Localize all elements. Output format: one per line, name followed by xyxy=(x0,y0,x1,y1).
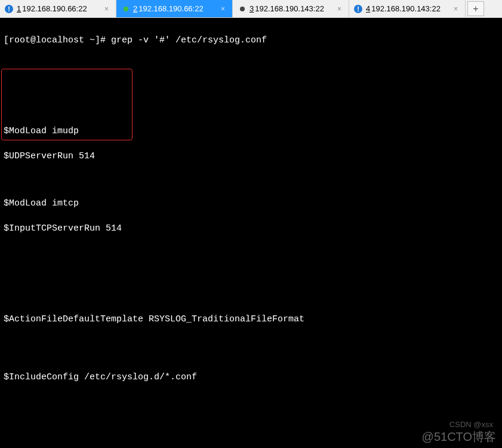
status-dot-icon xyxy=(124,7,128,11)
tab-label-text: 192.168.190.66:22 xyxy=(138,4,203,13)
blank xyxy=(4,175,498,185)
blank xyxy=(4,396,498,416)
tab-2[interactable]: 2 192.168.190.66:22 × xyxy=(116,0,233,17)
close-icon[interactable]: × xyxy=(451,5,460,13)
watermark: @51CTO博客 xyxy=(422,428,496,445)
tab-number: 1 xyxy=(17,4,21,13)
tab-4[interactable]: ! 4 192.168.190.143:22 × xyxy=(349,0,466,17)
close-icon[interactable]: × xyxy=(218,5,227,13)
tab-number: 4 xyxy=(366,4,370,13)
config-line: $InputTCPServerRun 514 xyxy=(4,222,498,235)
tab-3[interactable]: 3 192.168.190.143:22 × xyxy=(233,0,349,17)
tab-number: 2 xyxy=(133,4,137,13)
config-line: $UDPServerRun 514 xyxy=(4,150,498,162)
tab-label-text: 192.168.190.66:22 xyxy=(22,4,87,13)
blank xyxy=(4,338,498,358)
blank xyxy=(4,92,498,112)
tab-label-text: 192.168.190.143:22 xyxy=(255,4,324,13)
tab-label-text: 192.168.190.143:22 xyxy=(371,4,441,13)
close-icon[interactable]: × xyxy=(335,5,344,13)
config-line: $IncludeConfig /etc/rsyslog.d/*.conf xyxy=(4,371,498,383)
tab-1[interactable]: ! 1 192.168.190.66:22 × xyxy=(0,0,116,17)
terminal-pane[interactable]: [root@localhost ~]# grep -v '#' /etc/rsy… xyxy=(0,18,502,448)
alert-icon: ! xyxy=(5,5,13,13)
config-line: $ModLoad imudp xyxy=(4,125,498,137)
config-line: $ModLoad imtcp xyxy=(4,197,498,210)
close-icon[interactable]: × xyxy=(102,5,111,13)
add-tab-button[interactable]: + xyxy=(467,1,484,16)
tab-bar: ! 1 192.168.190.66:22 × 2 192.168.190.66… xyxy=(0,0,502,18)
blank xyxy=(4,280,498,300)
blank xyxy=(4,59,498,79)
blank xyxy=(4,247,498,268)
tab-number: 3 xyxy=(250,4,254,13)
status-dot-icon xyxy=(240,7,245,11)
prompt-line: [root@localhost ~]# grep -v '#' /etc/rsy… xyxy=(4,34,498,47)
config-line: $ActionFileDefaultTemplate RSYSLOG_Tradi… xyxy=(4,313,498,326)
alert-icon: ! xyxy=(354,5,362,13)
